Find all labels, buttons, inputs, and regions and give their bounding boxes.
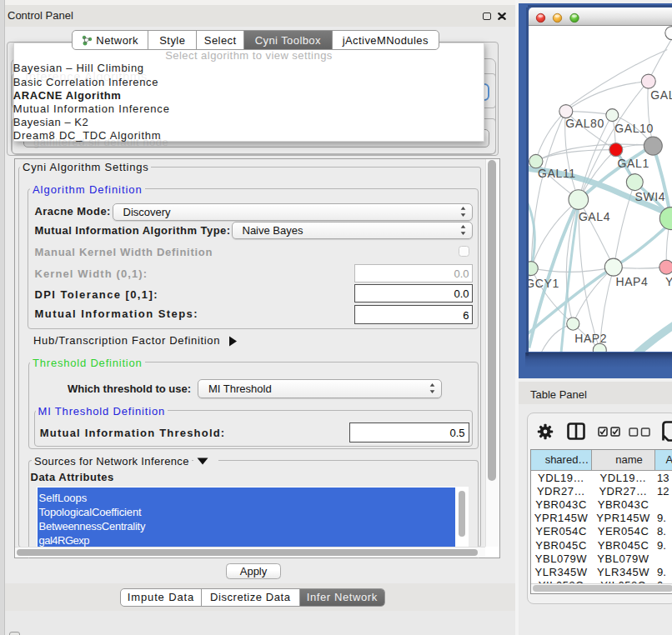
- svg-text:GAL1: GAL1: [617, 157, 649, 170]
- svg-text:GAL2: GAL2: [650, 88, 672, 102]
- svg-text:GAL80: GAL80: [565, 117, 604, 130]
- svg-text:GAL10: GAL10: [614, 122, 654, 135]
- svg-text:GAL11: GAL11: [538, 167, 576, 180]
- svg-text:YE: YE: [665, 275, 672, 288]
- svg-text:HAP2: HAP2: [574, 332, 607, 345]
- svg-text:GAL4: GAL4: [579, 210, 610, 223]
- svg-text:HAP4: HAP4: [615, 275, 648, 288]
- svg-text:SWI4: SWI4: [634, 190, 665, 203]
- svg-text:GCY1: GCY1: [529, 277, 559, 290]
